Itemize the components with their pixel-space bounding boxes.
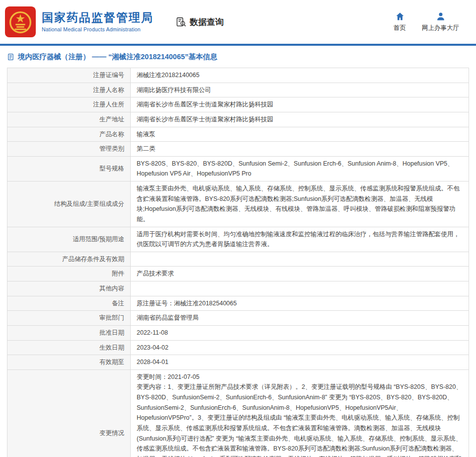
table-row: 管理类别 第二类	[7, 142, 469, 157]
table-row: 注册证编号 湘械注准20182140065	[7, 68, 469, 83]
row-label: 其他内容	[7, 281, 131, 296]
row-label: 注册人名称	[7, 83, 131, 97]
row-label: 生效日期	[7, 340, 131, 355]
row-label: 型号规格	[7, 156, 131, 181]
row-value: 湘械注准20182140065	[131, 68, 469, 83]
row-label: 产品名称	[7, 127, 131, 142]
table-row: 结构及组成/主要组成成分 输液泵主要由外壳、电机驱动系统、输入系统、存储系统、控…	[7, 182, 469, 227]
row-value: 湖南比扬医疗科技有限公司	[131, 83, 469, 97]
document-icon	[7, 53, 14, 61]
row-value: 湖南省长沙市岳麓区学士街道聚家村路比扬科技园	[131, 112, 469, 127]
nav-home-label: 首页	[394, 24, 406, 32]
table-row: 备注 原注册证号：湘械注准20182540065	[7, 296, 469, 311]
table-row: 变更情况 变更时间：2021-07-05 变更内容：1、变更注册证所附产品技术要…	[7, 369, 469, 457]
table-row: 有效期至 2028-04-01	[7, 355, 469, 370]
site-name-en: National Medical Products Administration	[42, 26, 154, 32]
row-label: 管理类别	[7, 142, 131, 157]
row-value: 产品技术要求	[131, 267, 469, 281]
table-row: 生效日期 2023-04-02	[7, 340, 469, 355]
row-label: 适用范围/预期用途	[7, 227, 131, 252]
table-row: 生产地址 湖南省长沙市岳麓区学士街道聚家村路比扬科技园	[7, 112, 469, 127]
table-row: 注册人住所 湖南省长沙市岳麓区学士街道聚家村路比扬科技园	[7, 97, 469, 112]
npma-logo	[5, 6, 36, 37]
row-value: 2028-04-01	[131, 355, 469, 370]
data-query-icon	[175, 16, 187, 28]
table-row: 产品储存条件及有效期	[7, 252, 469, 267]
row-label: 审批部门	[7, 311, 131, 326]
row-value: 第二类	[131, 142, 469, 157]
nav-online-hall-label: 网上办事大厅	[422, 24, 459, 32]
row-label: 有效期至	[7, 355, 131, 370]
row-value	[131, 252, 469, 267]
row-label: 备注	[7, 296, 131, 311]
row-value: 变更时间：2021-07-05 变更内容：1、变更注册证所附产品技术要求（详见附…	[131, 369, 469, 457]
row-label: 注册证编号	[7, 68, 131, 83]
site-title-block: 国家药品监督管理局 National Medical Products Admi…	[42, 11, 154, 32]
table-row: 审批部门 湖南省药品监督管理局	[7, 311, 469, 326]
home-icon	[395, 11, 405, 21]
row-value	[131, 281, 469, 296]
row-label: 变更情况	[7, 369, 131, 457]
row-label: 产品储存条件及有效期	[7, 252, 131, 267]
table-row: 其他内容	[7, 281, 469, 296]
table-row: 型号规格 BYS-820S、BYS-820、BYS-820D、Sunfusion…	[7, 156, 469, 181]
row-value: 输液泵主要由外壳、电机驱动系统、输入系统、存储系统、控制系统、显示系统、传感监测…	[131, 182, 469, 227]
table-row: 附件 产品技术要求	[7, 267, 469, 281]
table-row: 批准日期 2022-11-08	[7, 325, 469, 340]
row-value: 2022-11-08	[131, 325, 469, 340]
header-nav: 首页 网上办事大厅	[394, 11, 467, 32]
data-query-label: 数据查询	[190, 16, 224, 28]
page-title-row: 境内医疗器械（注册） —— “湘械注准20182140065”基本信息	[0, 46, 476, 67]
row-label: 附件	[7, 267, 131, 281]
nav-home[interactable]: 首页	[394, 11, 406, 32]
row-value: 2023-04-02	[131, 340, 469, 355]
site-header: 国家药品监督管理局 National Medical Products Admi…	[0, 0, 476, 44]
data-query-tab[interactable]: 数据查询	[175, 16, 224, 28]
table-row: 注册人名称 湖南比扬医疗科技有限公司	[7, 83, 469, 97]
registration-info-table: 注册证编号 湘械注准20182140065 注册人名称 湖南比扬医疗科技有限公司…	[7, 68, 469, 457]
row-label: 批准日期	[7, 325, 131, 340]
table-row: 适用范围/预期用途 适用于医疗机构对需要长时间、均匀准确地控制输液速度和监控输液…	[7, 227, 469, 252]
page-title: 境内医疗器械（注册） —— “湘械注准20182140065”基本信息	[18, 52, 217, 62]
row-label: 注册人住所	[7, 97, 131, 112]
nav-online-hall[interactable]: 网上办事大厅	[422, 11, 459, 32]
table-row: 产品名称 输液泵	[7, 127, 469, 142]
national-emblem-icon	[5, 6, 36, 37]
row-value: 适用于医疗机构对需要长时间、均匀准确地控制输液速度和监控输液过程的临床治疗，包括…	[131, 227, 469, 252]
row-label: 生产地址	[7, 112, 131, 127]
row-value: 原注册证号：湘械注准20182540065	[131, 296, 469, 311]
row-label: 结构及组成/主要组成成分	[7, 182, 131, 227]
row-value: 湖南省长沙市岳麓区学士街道聚家村路比扬科技园	[131, 97, 469, 112]
info-table-body: 注册证编号 湘械注准20182140065 注册人名称 湖南比扬医疗科技有限公司…	[7, 68, 469, 457]
row-value: BYS-820S、BYS-820、BYS-820D、Sunfusion Semi…	[131, 156, 469, 181]
user-icon	[436, 11, 446, 21]
site-name: 国家药品监督管理局	[42, 11, 154, 24]
row-value: 输液泵	[131, 127, 469, 142]
row-value: 湖南省药品监督管理局	[131, 311, 469, 326]
